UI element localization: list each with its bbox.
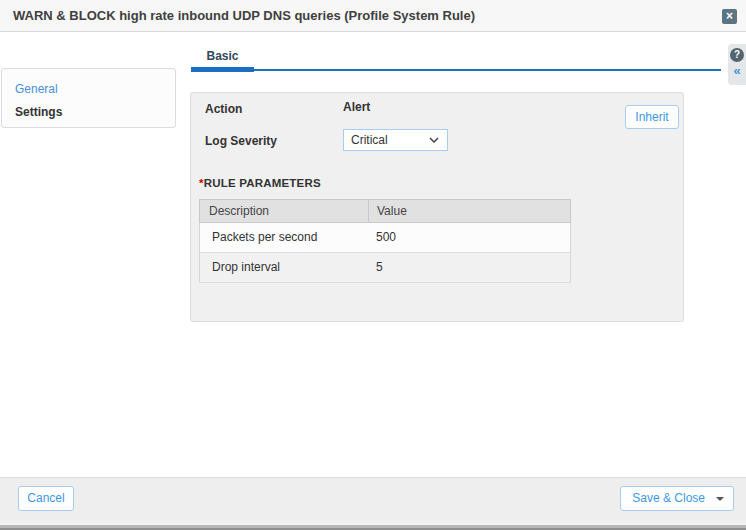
rule-parameters-table: Description Value Packets per second 500… <box>199 199 571 283</box>
sidebar-nav: General Settings <box>1 68 176 128</box>
tab-basic[interactable]: Basic <box>191 49 254 63</box>
dialog-bottom-edge <box>0 523 746 530</box>
log-severity-select[interactable]: Critical <box>343 129 448 151</box>
action-value: Alert <box>343 100 370 114</box>
rule-parameters-heading: *RULE PARAMETERS <box>199 177 321 189</box>
inherit-button[interactable]: Inherit <box>625 105 679 129</box>
table-row[interactable]: Packets per second 500 <box>199 223 571 253</box>
help-strip: ? « <box>728 44 746 85</box>
param-description: Drop interval <box>200 253 368 282</box>
param-description: Packets per second <box>200 223 368 252</box>
column-header-value: Value <box>368 200 570 222</box>
dialog-footer: Cancel Save & Close <box>0 477 746 523</box>
dialog-title: WARN & BLOCK high rate inbound UDP DNS q… <box>13 0 475 31</box>
table-header-row: Description Value <box>199 199 571 223</box>
cancel-button[interactable]: Cancel <box>18 486 74 511</box>
save-close-button[interactable]: Save & Close <box>620 486 734 511</box>
tab-underline <box>191 69 721 71</box>
sidebar-item-settings[interactable]: Settings <box>2 101 175 124</box>
save-close-caret-icon[interactable] <box>716 497 724 501</box>
rule-parameters-title: RULE PARAMETERS <box>204 177 321 189</box>
table-row[interactable]: Drop interval 5 <box>199 253 571 283</box>
param-value: 5 <box>368 253 570 282</box>
log-severity-label: Log Severity <box>205 134 277 148</box>
param-value: 500 <box>368 223 570 252</box>
help-icon[interactable]: ? <box>730 48 744 62</box>
save-close-label: Save & Close <box>632 487 705 510</box>
sidebar-item-general[interactable]: General <box>2 78 175 101</box>
log-severity-selected-value: Critical <box>351 133 388 147</box>
column-header-description: Description <box>200 200 368 222</box>
collapse-panel-icon[interactable]: « <box>728 62 746 79</box>
settings-panel: Action Alert Inherit Log Severity Critic… <box>190 92 684 322</box>
action-label: Action <box>205 102 242 116</box>
chevron-down-icon <box>429 137 439 143</box>
close-icon[interactable]: × <box>722 9 737 24</box>
dialog-titlebar: WARN & BLOCK high rate inbound UDP DNS q… <box>0 0 746 32</box>
rule-properties-dialog: WARN & BLOCK high rate inbound UDP DNS q… <box>0 0 746 530</box>
